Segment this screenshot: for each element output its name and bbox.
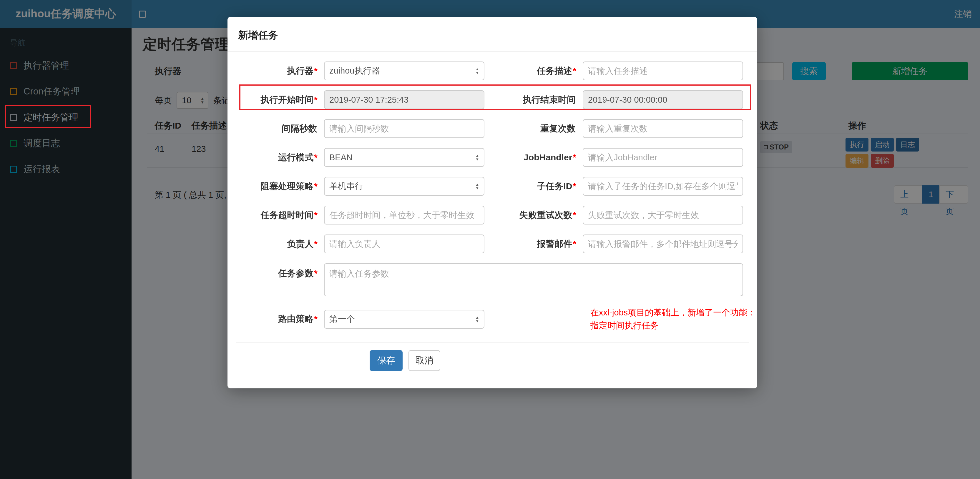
required-asterisk: * [314, 268, 318, 278]
select-caret-icon [475, 315, 479, 323]
job-handler-label: JobHandler* [484, 153, 583, 162]
executor-label: 执行器* [236, 65, 324, 77]
required-asterisk: * [314, 314, 318, 324]
repeat-count-label: 重复次数 [484, 123, 583, 135]
alarm-email-input[interactable] [583, 234, 743, 253]
select-caret-icon [475, 154, 479, 161]
form-row: 执行开始时间* 执行结束时间 [236, 90, 749, 109]
end-time-input[interactable] [583, 90, 743, 109]
fail-retry-label: 失败重试次数* [484, 209, 583, 221]
modal-footer: 保存 取消 [236, 342, 749, 371]
modal-title: 新增任务 [228, 17, 757, 52]
child-job-id-input[interactable] [583, 177, 743, 196]
run-mode-select-value: BEAN [329, 153, 353, 162]
form-row: 负责人* 报警邮件* [236, 234, 749, 253]
start-time-input[interactable] [324, 90, 484, 109]
job-param-textarea[interactable] [324, 263, 743, 296]
run-mode-label: 运行模式* [236, 151, 324, 164]
timeout-label: 任务超时时间* [236, 209, 324, 221]
required-asterisk: * [314, 210, 318, 220]
repeat-count-input[interactable] [583, 119, 743, 138]
modal-body: 执行器* zuihou执行器 任务描述* 执行开始时间* 执行结束时间 间隔秒数… [228, 52, 757, 371]
block-strategy-label: 阻塞处理策略* [236, 180, 324, 193]
timeout-input[interactable] [324, 206, 484, 224]
owner-input[interactable] [324, 234, 484, 253]
required-asterisk: * [573, 239, 576, 248]
required-asterisk: * [314, 66, 318, 76]
required-asterisk: * [573, 153, 576, 162]
interval-input[interactable] [324, 119, 484, 138]
route-strategy-label: 路由策略* [236, 313, 324, 325]
end-time-label: 执行结束时间 [484, 94, 583, 106]
alarm-email-label: 报警邮件* [484, 238, 583, 250]
child-job-id-label: 子任务ID* [484, 180, 583, 193]
required-asterisk: * [314, 239, 318, 248]
feature-note-line1: 在xxl-jobs项目的基础上，新增了一个功能： [590, 306, 743, 319]
required-asterisk: * [314, 153, 318, 162]
executor-select-value: zuihou执行器 [329, 65, 380, 77]
add-task-modal: 新增任务 执行器* zuihou执行器 任务描述* 执行开始时间* 执行结束时间… [228, 17, 757, 388]
form-row: 间隔秒数 重复次数 [236, 119, 749, 138]
job-param-label: 任务参数* [236, 263, 324, 280]
select-caret-icon [475, 67, 479, 75]
task-desc-label: 任务描述* [484, 65, 583, 77]
form-row: 路由策略* 第一个 在xxl-jobs项目的基础上，新增了一个功能： 指定时间执… [236, 306, 749, 332]
required-asterisk: * [314, 95, 318, 105]
form-row: 阻塞处理策略* 单机串行 子任务ID* [236, 177, 749, 196]
run-mode-select[interactable]: BEAN [324, 148, 484, 167]
required-asterisk: * [573, 210, 576, 220]
job-handler-input[interactable] [583, 148, 743, 167]
owner-label: 负责人* [236, 238, 324, 250]
block-strategy-select-value: 单机串行 [329, 180, 363, 192]
cancel-button[interactable]: 取消 [409, 350, 440, 371]
save-button[interactable]: 保存 [370, 350, 402, 371]
executor-select[interactable]: zuihou执行器 [324, 62, 484, 80]
form-row: 执行器* zuihou执行器 任务描述* [236, 62, 749, 80]
required-asterisk: * [573, 181, 576, 191]
route-strategy-select[interactable]: 第一个 [324, 310, 484, 329]
fail-retry-input[interactable] [583, 206, 743, 224]
route-strategy-select-value: 第一个 [329, 313, 355, 325]
form-row: 运行模式* BEAN JobHandler* [236, 148, 749, 167]
feature-note: 在xxl-jobs项目的基础上，新增了一个功能： 指定时间执行任务 [583, 306, 743, 332]
select-caret-icon [475, 182, 479, 190]
form-row: 任务超时时间* 失败重试次数* [236, 206, 749, 224]
start-time-label: 执行开始时间* [236, 94, 324, 106]
required-asterisk: * [314, 181, 318, 191]
feature-note-line2: 指定时间执行任务 [590, 319, 743, 332]
task-desc-input[interactable] [583, 62, 743, 80]
interval-label: 间隔秒数 [236, 123, 324, 135]
block-strategy-select[interactable]: 单机串行 [324, 177, 484, 196]
form-row: 任务参数* [236, 263, 749, 296]
required-asterisk: * [573, 66, 576, 76]
